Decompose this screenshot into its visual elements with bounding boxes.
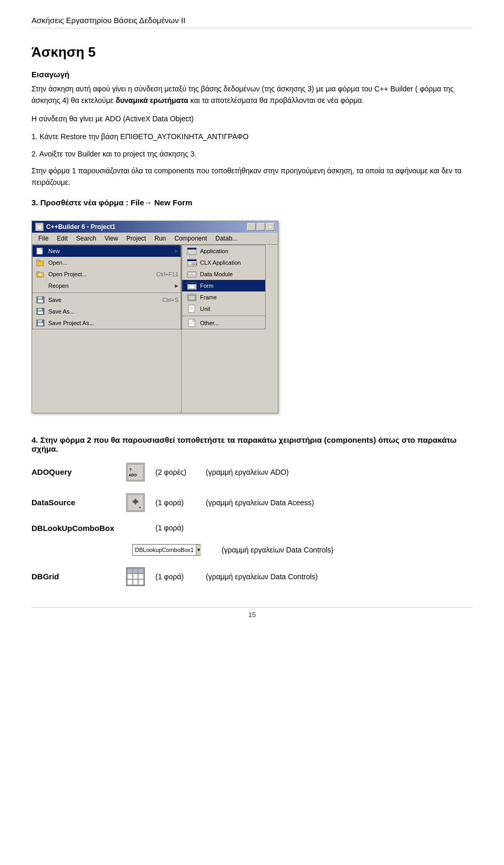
svg-rect-8: [38, 297, 42, 299]
file-dropdown: New ▶ Open...: [32, 245, 181, 329]
submenu-other[interactable]: Other...: [182, 317, 265, 329]
comp-name-dbgrid: DBGrid: [32, 572, 116, 581]
grid-cell-r1c2: [133, 574, 139, 579]
title-bar-label: C++Builder 6 - Project1: [46, 223, 116, 231]
svg-rect-27: [187, 283, 196, 284]
clx-application-label: CLX Application: [200, 259, 241, 266]
menu-edit[interactable]: Edit: [52, 234, 72, 243]
open-project-shortcut: Ctrl+F11: [156, 271, 179, 277]
grid-cell-h1: [127, 568, 133, 574]
save-label: Save: [48, 297, 162, 303]
menu-save-as[interactable]: Save As...: [33, 306, 181, 317]
menu-search[interactable]: Search: [72, 234, 100, 243]
screenshot: ⊞ C++Builder 6 - Project1 _ □ × File Edi…: [32, 221, 278, 413]
comp-name-dblookup: DBLookUpComboBox: [32, 524, 116, 533]
menu-new[interactable]: New ▶: [33, 245, 181, 257]
content-area: New ▶ Open...: [32, 245, 278, 413]
menu-component[interactable]: Component: [170, 234, 211, 243]
title-bar: ⊞ C++Builder 6 - Project1 _ □ ×: [32, 221, 278, 233]
menu-bar: File Edit Search View Project Run Compon…: [32, 233, 278, 245]
menu-open-project[interactable]: Open Project... Ctrl+F11: [33, 268, 181, 280]
submenu-application[interactable]: Application: [182, 245, 265, 257]
new-icon: [35, 246, 46, 256]
svg-rect-15: [38, 323, 43, 326]
comp-row-datasource: DataSource + (1 φορά) (γραμμή εργαλείων …: [32, 493, 472, 512]
submenu-data-module[interactable]: Data Module: [182, 268, 265, 280]
svg-text:ADO: ADO: [129, 473, 137, 477]
close-btn[interactable]: ×: [266, 223, 275, 231]
open-project-label: Open Project...: [48, 271, 156, 277]
footer-page-number: 15: [32, 611, 472, 619]
open-project-icon: [35, 269, 46, 279]
dbgrid-icon: [126, 567, 145, 586]
menu-reopen[interactable]: Reopen ▶: [33, 280, 181, 291]
comp-name-ds: DataSource: [32, 498, 116, 507]
form-label: Form: [200, 283, 214, 289]
submenu-form[interactable]: Form: [182, 280, 265, 291]
comp-row-adoquery: ADOQuery ? ADO (2 φορές) (γραμμή εργαλεί…: [32, 463, 472, 482]
other-label: Other...: [200, 320, 219, 326]
menu-view[interactable]: View: [100, 234, 122, 243]
dblookup-combo[interactable]: DBLookupComboBox1 ▼: [132, 544, 201, 556]
svg-rect-11: [38, 308, 42, 311]
svg-text:+: +: [139, 505, 141, 510]
grid-cell-h3: [138, 568, 144, 574]
footer-rule: [32, 607, 472, 608]
maximize-btn[interactable]: □: [257, 223, 265, 231]
other-icon: [186, 318, 198, 328]
reopen-arrow: ▶: [175, 283, 178, 288]
svg-rect-39: [128, 464, 143, 480]
svg-rect-28: [188, 285, 195, 288]
submenu-frame[interactable]: Frame: [182, 291, 265, 303]
menu-save[interactable]: Save Ctrl+S: [33, 294, 181, 306]
intro-paragraph-2: Η σύνδεση θα γίνει με ADO (ActiveX Data …: [32, 113, 472, 124]
menu-run[interactable]: Run: [150, 234, 170, 243]
comp-icon-ado: ? ADO: [124, 463, 147, 482]
page: Ασκήσεις Εργαστηρίου Βάσεις Δεδομένων ΙΙ…: [0, 0, 504, 865]
grid-cell-r1c1: [127, 574, 133, 579]
grid-cell-r1c3: [138, 574, 144, 579]
intro-paragraph-1: Στην άσκηση αυτή αφού γίνει η σύνδεση με…: [32, 83, 472, 107]
svg-text:CLX: CLX: [192, 263, 197, 266]
app-submenu-icon: [186, 246, 198, 256]
step4-heading: 4. Στην φόρμα 2 που θα παρουσιασθεί τοπο…: [32, 435, 472, 453]
menu-save-project-as[interactable]: Save Project As...: [33, 317, 181, 329]
dblookup-dropdown-btn[interactable]: ▼: [196, 545, 201, 555]
divider-1: [33, 293, 181, 293]
divider-sub: [182, 316, 265, 316]
svg-rect-12: [38, 311, 43, 314]
comp-count-ado: (2 φορές): [155, 468, 197, 476]
comp-icon-dbgrid: [124, 567, 147, 586]
intro-heading: Εισαγωγή: [32, 70, 472, 79]
frame-label: Frame: [200, 294, 217, 300]
step1: 1. Κάντε Restore την βάση ΕΠΙΘΕΤΟ_ΑΥΤΟΚΙ…: [32, 131, 472, 142]
menu-open[interactable]: Open...: [33, 257, 181, 268]
svg-rect-21: [188, 262, 191, 264]
title-bar-left: ⊞ C++Builder 6 - Project1: [35, 223, 116, 231]
reopen-label: Reopen: [48, 283, 175, 289]
dblookup-combo-text: DBLookupComboBox1: [133, 546, 196, 554]
data-module-icon: [186, 269, 198, 279]
intro-p1-bold: δυναμικά ερωτήματα: [116, 96, 188, 105]
step3-heading: 3. Προσθέστε νέα φόρμα : File→ New Form: [32, 198, 472, 207]
ds-icon: +: [126, 493, 145, 512]
submenu-clx-application[interactable]: CLX CLX Application: [182, 257, 265, 268]
svg-rect-17: [187, 248, 196, 249]
menu-datab[interactable]: Datab...: [211, 234, 242, 243]
components-table: ADOQuery ? ADO (2 φορές) (γραμμή εργαλεί…: [32, 463, 472, 586]
new-arrow: ▶: [175, 248, 178, 254]
title-bar-buttons: _ □ ×: [247, 223, 275, 231]
menu-project[interactable]: Project: [122, 234, 150, 243]
svg-rect-24: [188, 273, 192, 275]
submenu-unit[interactable]: Unit: [182, 303, 265, 315]
open-icon: [35, 258, 46, 267]
comp-row-dblookup-2: DBLookupComboBox1 ▼ (γραμμή εργαλείων Da…: [32, 544, 472, 556]
new-submenu: Application CLX: [182, 245, 266, 329]
intro-p1-end: και τα αποτελέσματα θα προβάλλονται σε ν…: [188, 96, 364, 105]
minimize-btn[interactable]: _: [247, 223, 256, 231]
screenshot-wrapper: ⊞ C++Builder 6 - Project1 _ □ × File Edi…: [32, 221, 278, 413]
svg-rect-18: [188, 251, 191, 253]
form-icon: [186, 281, 198, 290]
comp-name-ado: ADOQuery: [32, 467, 116, 476]
menu-file[interactable]: File: [34, 234, 52, 243]
